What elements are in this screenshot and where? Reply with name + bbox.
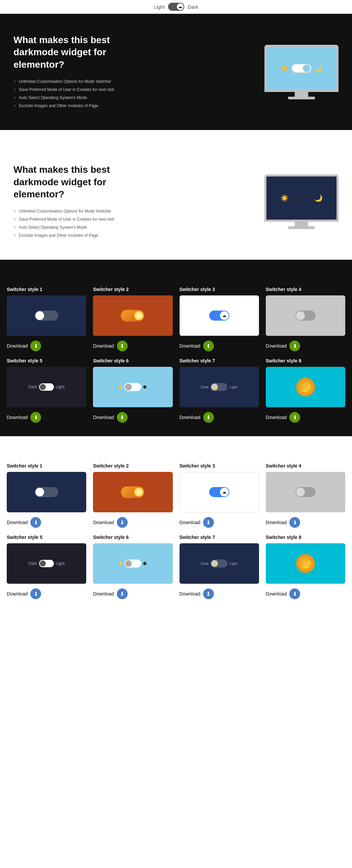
s1-circle-dark: [35, 311, 44, 320]
download-row-dark-5: Download ⬇: [7, 412, 86, 423]
style-preview-light-8: 🌙: [266, 543, 345, 584]
hero-dark-features: Unlimited Customisation Options for Mode…: [13, 78, 135, 110]
feature-item: Save Preferred Mode of User in Cookies f…: [13, 215, 135, 223]
download-row-dark-4: Download ⬇: [266, 341, 345, 351]
screen-toggle-knob-2: [293, 194, 300, 202]
download-button-dark-7[interactable]: ⬇: [203, 412, 214, 423]
s7-light-label: Light: [229, 385, 237, 389]
download-text-light-6: Download: [93, 591, 114, 596]
style-preview-light-6: [93, 543, 172, 584]
download-button-light-4[interactable]: ⬇: [289, 517, 300, 528]
download-text-dark-5: Download: [7, 415, 28, 420]
download-button-light-3[interactable]: ⬇: [203, 517, 214, 528]
style-preview-dark-5: Dark Light: [7, 367, 86, 407]
style-label-light-4: Switcher style 4: [266, 463, 345, 468]
s7-row-dark: Dark 🌙 Light: [201, 383, 237, 391]
s6-yellow-dot-l: [119, 562, 122, 565]
s1-track-dark: [35, 311, 58, 321]
hero-light-content: What makes this best darkmode widget for…: [13, 164, 135, 240]
top-bar: Light ☁ Dark: [0, 0, 352, 14]
style-label-dark-6: Switcher style 6: [93, 358, 172, 364]
s7-track-dark: 🌙: [211, 383, 227, 391]
style-label-light-6: Switcher style 6: [93, 534, 172, 540]
sun-icon: ☀️: [280, 64, 289, 72]
download-button-dark-6[interactable]: ⬇: [117, 412, 128, 423]
download-text-light-4: Download: [266, 520, 287, 525]
monitor-screen-light: ☀️ 🌙: [264, 175, 339, 222]
style-label-dark-8: Switcher style 8: [266, 358, 345, 364]
download-button-dark-2[interactable]: ⬇: [117, 341, 128, 351]
theme-toggle[interactable]: ☁: [168, 3, 184, 11]
style-label-light-5: Switcher style 5: [7, 534, 86, 540]
screen-toggle-group-2: ☀️ 🌙: [280, 193, 323, 203]
s5-knob-dark: [40, 384, 46, 390]
download-text-light-3: Download: [180, 520, 200, 525]
download-button-dark-5[interactable]: ⬇: [30, 412, 41, 423]
hero-light-title: What makes this best darkmode widget for…: [13, 164, 135, 200]
switcher-item-dark-5: Switcher style 5 Dark Light Download ⬇: [7, 358, 86, 423]
download-text-light-5: Download: [7, 591, 28, 596]
style-preview-light-2: [93, 472, 172, 512]
screen-toggle-switch-2: [291, 193, 312, 203]
switcher-item-dark-6: Switcher style 6 Download ⬇: [93, 358, 172, 423]
style-preview-dark-3: ☁: [180, 296, 259, 336]
s5-dark-label: Dark: [28, 385, 37, 390]
download-row-light-2: Download ⬇: [93, 517, 172, 528]
screen-toggle-knob: [303, 65, 310, 72]
dark-switcher-section: Switcher style 1 Download ⬇ Switcher sty…: [0, 273, 352, 436]
hero-dark-content: What makes this best darkmode widget for…: [13, 34, 135, 110]
switcher-item-light-4: Switcher style 4 Download ⬇: [266, 463, 345, 528]
s5-track-light: [39, 560, 54, 567]
s4-track-dark: [295, 311, 316, 321]
s4-track-light: [295, 487, 316, 497]
style-label-dark-3: Switcher style 3: [180, 287, 259, 292]
download-button-light-6[interactable]: ⬇: [117, 588, 128, 599]
download-text-dark-8: Download: [266, 415, 287, 420]
switcher-item-dark-4: Switcher style 4 Download ⬇: [266, 287, 345, 351]
download-text-dark-6: Download: [93, 415, 114, 420]
feature-item: Exclude Images and Other modules of Page: [13, 102, 135, 110]
switcher-item-light-8: Switcher style 8 🌙 Download ⬇: [266, 534, 345, 599]
hero-light-section: What makes this best darkmode widget for…: [0, 144, 352, 260]
style-preview-dark-4: [266, 296, 345, 336]
hero-dark-title: What makes this best darkmode widget for…: [13, 34, 135, 71]
download-row-light-5: Download ⬇: [7, 588, 86, 599]
download-text-dark-1: Download: [7, 343, 28, 349]
s5-light-label: Light: [56, 385, 65, 390]
s6-track-light: [124, 559, 141, 567]
download-row-dark-6: Download ⬇: [93, 412, 172, 423]
download-text-light-7: Download: [180, 591, 200, 596]
screen-toggle-switch: [291, 64, 312, 73]
download-row-light-6: Download ⬇: [93, 588, 172, 599]
feature-item: Exclude Images and Other modules of Page: [13, 231, 135, 240]
download-text-light-2: Download: [93, 520, 114, 525]
switcher-item-light-3: Switcher style 3 ☁ Download ⬇: [180, 463, 259, 528]
download-button-dark-8[interactable]: ⬇: [289, 412, 300, 423]
style-preview-light-3: ☁: [180, 472, 259, 512]
style-preview-light-1: [7, 472, 86, 512]
switcher-item-light-7: Switcher style 7 Dark 🌙 Light Download ⬇: [180, 534, 259, 599]
style-label-dark-5: Switcher style 5: [7, 358, 86, 364]
download-row-dark-7: Download ⬇: [180, 412, 259, 423]
download-button-light-1[interactable]: ⬇: [30, 517, 41, 528]
download-button-dark-1[interactable]: ⬇: [30, 341, 41, 351]
download-button-dark-4[interactable]: ⬇: [289, 341, 300, 351]
download-button-dark-3[interactable]: ⬇: [203, 341, 214, 351]
light-switcher-grid: Switcher style 1 Download ⬇ Switcher sty…: [7, 463, 345, 599]
moon-icon: 🌙: [314, 64, 323, 72]
s6-row-light: [119, 559, 147, 567]
download-button-light-2[interactable]: ⬇: [117, 517, 128, 528]
s5-row-dark: Dark Light: [28, 383, 64, 391]
switcher-item-light-6: Switcher style 6 Download ⬇: [93, 534, 172, 599]
s5-dark-label-l: Dark: [28, 561, 37, 566]
download-button-light-8[interactable]: ⬇: [289, 588, 300, 599]
s4-knob-dark: [296, 311, 305, 320]
s6-yellow-dot: [119, 385, 122, 389]
download-button-light-5[interactable]: ⬇: [30, 588, 41, 599]
s5-light-label-l: Light: [56, 561, 65, 566]
s3-track-dark: ☁: [209, 311, 229, 321]
style-label-light-7: Switcher style 7: [180, 534, 259, 540]
download-text-dark-4: Download: [266, 343, 287, 349]
download-button-light-7[interactable]: ⬇: [203, 588, 214, 599]
monitor-base: [288, 97, 315, 99]
